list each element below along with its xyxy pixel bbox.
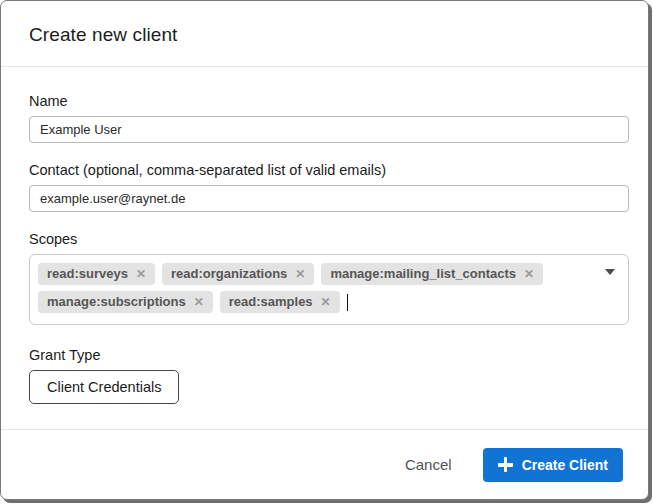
create-client-button[interactable]: Create Client [483,448,623,482]
modal-header: Create new client [1,1,648,67]
name-input[interactable] [29,116,629,143]
contact-input[interactable] [29,185,629,212]
modal-body: Name Contact (optional, comma-separated … [1,67,648,429]
grant-type-label: Grant Type [29,347,620,363]
contact-label: Contact (optional, comma-separated list … [29,162,620,178]
scope-tag: manage:subscriptions✕ [38,291,213,313]
name-field-group: Name [29,93,620,143]
remove-scope-icon[interactable]: ✕ [194,296,204,308]
remove-scope-icon[interactable]: ✕ [524,268,534,280]
modal-title: Create new client [29,24,620,46]
create-client-modal: Create new client Name Contact (optional… [0,0,649,500]
plus-icon [498,457,513,472]
scope-tag-label: read:organizations [171,266,287,281]
grant-type-select[interactable]: Client Credentials [29,370,179,404]
name-label: Name [29,93,620,109]
scope-tag-label: read:surveys [47,266,128,281]
scope-tag-label: read:samples [229,294,313,309]
scope-tag: read:surveys✕ [38,263,155,285]
scopes-label: Scopes [29,231,620,247]
scope-tag-label: manage:subscriptions [47,294,186,309]
remove-scope-icon[interactable]: ✕ [136,268,146,280]
remove-scope-icon[interactable]: ✕ [321,296,331,308]
cancel-button[interactable]: Cancel [395,450,462,479]
remove-scope-icon[interactable]: ✕ [295,268,305,280]
contact-field-group: Contact (optional, comma-separated list … [29,162,620,212]
text-cursor [347,294,348,311]
scope-tag: manage:mailing_list_contacts✕ [321,263,543,285]
scope-tag: read:samples✕ [220,291,340,313]
scopes-field-group: Scopes read:surveys✕read:organizations✕m… [29,231,620,325]
grant-type-field-group: Grant Type Client Credentials [29,347,620,404]
create-client-button-label: Create Client [522,457,608,473]
scopes-multiselect[interactable]: read:surveys✕read:organizations✕manage:m… [29,254,629,325]
scope-tag-label: manage:mailing_list_contacts [330,266,516,281]
modal-footer: Cancel Create Client [1,429,648,499]
chevron-down-icon[interactable] [605,269,615,275]
scope-tag: read:organizations✕ [162,263,314,285]
